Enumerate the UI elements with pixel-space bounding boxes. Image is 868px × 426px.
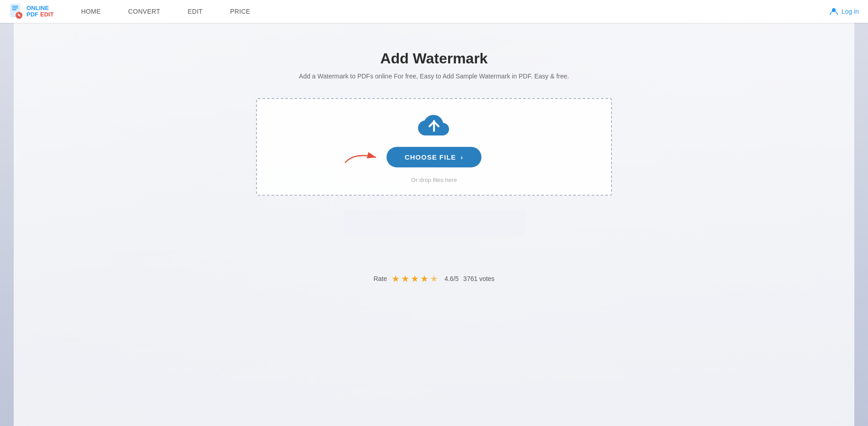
choose-file-button[interactable]: CHOOSE FILE › [387,147,482,167]
svg-rect-2 [12,7,18,8]
star-2: ★ [401,273,409,284]
star-4: ★ [420,273,429,284]
drop-text: Or drop files here [411,177,457,183]
login-label: Log in [842,8,859,15]
header: ✎ ONLINE PDF EDIT HOME CONVERT EDIT PRIC… [0,0,868,23]
page-title: Add Watermark [380,50,487,67]
suggestion-box [343,209,525,237]
nav-item-price[interactable]: PRICE [230,8,250,15]
page-wrapper: Add Watermark Add a Watermark to PDFs on… [0,23,868,426]
cloud-upload-icon [418,113,450,140]
choose-file-label: CHOOSE FILE [405,153,456,161]
nav-item-convert[interactable]: CONVERT [128,8,160,15]
nav: HOME CONVERT EDIT PRICE [81,8,830,15]
upload-box: CHOOSE FILE › Or drop files here [256,98,612,196]
logo-text: ONLINE PDF EDIT [26,5,54,18]
logo[interactable]: ✎ ONLINE PDF EDIT [9,3,54,20]
rating-score: 4.6/5 [444,275,459,282]
svg-rect-1 [12,6,18,7]
arrow-annotation [341,148,382,166]
choose-file-wrapper: CHOOSE FILE › [387,147,482,167]
star-1: ★ [392,273,400,284]
nav-item-home[interactable]: HOME [81,8,101,15]
nav-item-edit[interactable]: EDIT [188,8,203,15]
user-icon [830,7,838,16]
svg-text:✎: ✎ [17,13,21,18]
rating-section: Rate ★ ★ ★ ★ ★ 4.6/5 3761 votes [373,273,494,284]
rating-votes: 3761 votes [463,275,495,282]
star-5: ★ [430,273,438,284]
stars: ★ ★ ★ ★ ★ [392,273,438,284]
star-3: ★ [411,273,419,284]
login-area[interactable]: Log in [830,7,859,16]
rating-label: Rate [373,275,387,282]
logo-icon: ✎ [9,3,24,20]
choose-file-arrow: › [460,153,463,161]
page-subtitle: Add a Watermark to PDFs online For free,… [299,73,569,80]
svg-rect-3 [12,9,16,10]
